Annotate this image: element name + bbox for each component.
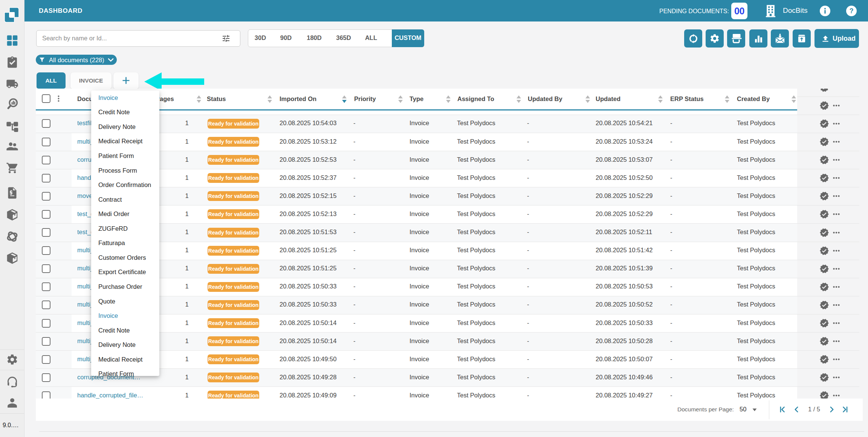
svg-text:?: ? [850,7,854,15]
